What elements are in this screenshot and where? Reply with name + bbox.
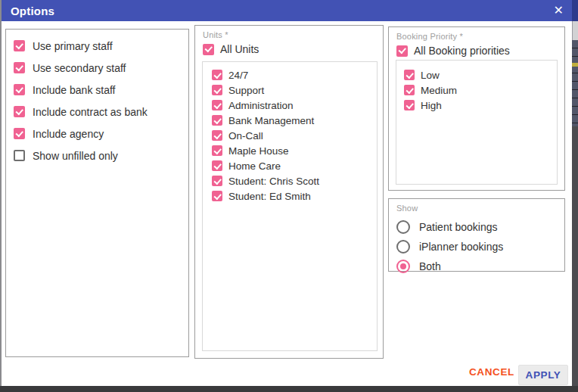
- unit-label: Maple House: [228, 145, 289, 157]
- booking-priority-list-box: Low Medium High: [396, 60, 558, 185]
- checkbox-icon[interactable]: [14, 150, 25, 161]
- checkbox-icon[interactable]: [212, 160, 222, 171]
- unit-row[interactable]: Home Care: [212, 158, 377, 173]
- unit-label: 24/7: [228, 70, 248, 81]
- checkbox-icon[interactable]: [404, 70, 415, 80]
- checkbox-icon[interactable]: [404, 85, 415, 95]
- staff-option-label: Include agency: [33, 128, 104, 140]
- show-option-label: iPlanner bookings: [419, 241, 503, 253]
- unit-row[interactable]: Student: Chris Scott: [212, 173, 377, 188]
- staff-option-row[interactable]: Use secondary staff: [14, 57, 188, 79]
- background-toolbar-sliver: [572, 21, 578, 40]
- checkbox-icon[interactable]: [212, 191, 222, 201]
- staff-option-row[interactable]: Include contract as bank: [14, 101, 188, 123]
- booking-priority-panel: Booking Priority * All Booking prioritie…: [388, 26, 565, 191]
- unit-label: Home Care: [228, 160, 281, 172]
- checkbox-icon[interactable]: [14, 84, 25, 95]
- show-option-label: Patient bookings: [419, 221, 498, 233]
- background-table-rows-sliver: [572, 40, 578, 126]
- unit-row[interactable]: On-Call: [212, 128, 377, 143]
- checkbox-icon[interactable]: [14, 62, 25, 73]
- radio-icon[interactable]: [396, 260, 410, 273]
- screen: Options ✕ Use primary staff Use secondar…: [0, 0, 578, 392]
- unit-label: Support: [228, 85, 264, 96]
- checkbox-icon[interactable]: [14, 106, 25, 117]
- unit-row[interactable]: Support: [212, 82, 377, 98]
- show-option-row[interactable]: Patient bookings: [396, 217, 564, 237]
- checkbox-icon[interactable]: [212, 176, 222, 186]
- unit-label: On-Call: [228, 130, 263, 142]
- booking-priority-panel-label: Booking Priority *: [396, 32, 564, 41]
- staff-option-label: Include bank staff: [33, 84, 115, 96]
- all-booking-priorities-label: All Booking priorities: [414, 45, 510, 57]
- unit-label: Student: Ed Smith: [228, 191, 311, 202]
- checkbox-icon[interactable]: [212, 100, 222, 110]
- staff-option-label: Include contract as bank: [33, 106, 148, 118]
- checkbox-icon[interactable]: [212, 85, 222, 95]
- staff-options-list: Use primary staff Use secondary staff In…: [14, 35, 188, 166]
- show-panel-label: Show: [396, 204, 564, 213]
- staff-option-row[interactable]: Include agency: [14, 123, 188, 145]
- priority-row[interactable]: Medium: [404, 82, 557, 98]
- checkbox-icon[interactable]: [212, 145, 222, 156]
- show-panel: Show Patient bookings iPlanner bookings: [388, 198, 565, 272]
- unit-row[interactable]: Student: Ed Smith: [212, 188, 377, 204]
- checkbox-icon[interactable]: [212, 130, 222, 141]
- background-edge-bottom: [0, 386, 578, 392]
- all-booking-priorities-row[interactable]: All Booking priorities: [396, 41, 564, 61]
- dialog-header: Options ✕: [2, 0, 572, 21]
- background-app-strip: [572, 0, 578, 386]
- radio-icon[interactable]: [396, 240, 410, 254]
- show-options-list: Patient bookings iPlanner bookings Both: [396, 217, 564, 276]
- staff-option-row[interactable]: Show unfilled only: [14, 145, 188, 166]
- show-option-label: Both: [419, 260, 441, 272]
- checkbox-icon[interactable]: [203, 44, 214, 55]
- unit-label: Administration: [228, 100, 294, 111]
- checkbox-icon[interactable]: [14, 40, 25, 51]
- options-dialog: Options ✕ Use primary staff Use secondar…: [2, 0, 572, 386]
- unit-row[interactable]: Maple House: [212, 143, 377, 158]
- all-units-label: All Units: [220, 43, 259, 55]
- staff-option-label: Show unfilled only: [33, 150, 118, 162]
- staff-options-panel: Use primary staff Use secondary staff In…: [5, 29, 189, 357]
- checkbox-icon[interactable]: [212, 115, 222, 126]
- staff-option-label: Use primary staff: [33, 40, 113, 52]
- checkbox-icon[interactable]: [14, 128, 25, 139]
- checkbox-icon[interactable]: [212, 70, 222, 80]
- dialog-title: Options: [2, 5, 54, 17]
- priority-label: Medium: [421, 85, 457, 96]
- unit-row[interactable]: Administration: [212, 98, 377, 113]
- cancel-button[interactable]: CANCEL: [469, 366, 514, 378]
- unit-label: Bank Management: [228, 115, 314, 126]
- staff-option-row[interactable]: Include bank staff: [14, 79, 188, 101]
- show-option-row[interactable]: Both: [396, 257, 564, 276]
- priority-label: Low: [421, 70, 440, 81]
- show-option-row[interactable]: iPlanner bookings: [396, 237, 564, 257]
- units-panel-label: Units *: [203, 30, 383, 39]
- staff-option-label: Use secondary staff: [33, 62, 126, 74]
- booking-priority-list: Low Medium High: [404, 67, 557, 113]
- staff-option-row[interactable]: Use primary staff: [14, 35, 188, 57]
- units-list-box: 24/7 Support Administration: [202, 61, 378, 351]
- radio-icon[interactable]: [396, 220, 410, 234]
- checkbox-icon[interactable]: [404, 100, 415, 110]
- units-panel: Units * All Units 24/7 Su: [194, 25, 384, 359]
- apply-button[interactable]: APPLY: [518, 365, 568, 385]
- priority-label: High: [421, 100, 442, 111]
- priority-row[interactable]: High: [404, 98, 557, 113]
- all-units-row[interactable]: All Units: [203, 39, 383, 59]
- priority-row[interactable]: Low: [404, 67, 557, 82]
- background-header-sliver: [572, 0, 578, 21]
- background-highlight-row-sliver: [572, 63, 578, 67]
- unit-label: Student: Chris Scott: [228, 176, 319, 187]
- unit-row[interactable]: Bank Management: [212, 113, 377, 128]
- units-list: 24/7 Support Administration: [212, 67, 377, 204]
- unit-row[interactable]: 24/7: [212, 67, 377, 82]
- checkbox-icon[interactable]: [396, 45, 408, 57]
- close-icon[interactable]: ✕: [554, 0, 564, 21]
